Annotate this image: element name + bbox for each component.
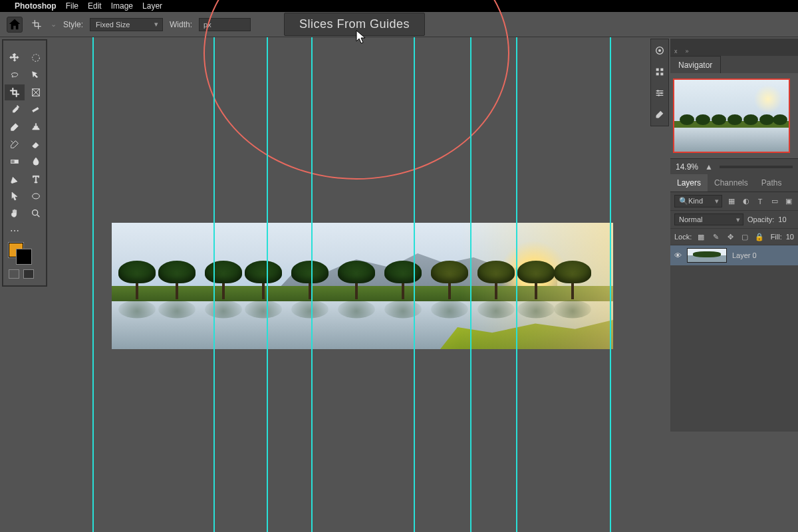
lock-label: Lock: — [674, 233, 692, 241]
vertical-guide[interactable] — [610, 37, 611, 532]
macos-menubar: Photoshop File Edit Image Layer — [0, 0, 798, 12]
svg-point-6 — [33, 210, 38, 215]
document-canvas[interactable] — [112, 223, 613, 349]
crop-tool-icon[interactable] — [29, 17, 44, 32]
svg-point-15 — [658, 94, 660, 96]
zoom-slider[interactable] — [720, 166, 793, 168]
layers-tab[interactable]: Layers — [670, 174, 708, 192]
paths-tab[interactable]: Paths — [755, 174, 789, 192]
layer-visibility-icon[interactable]: 👁 — [674, 251, 682, 259]
menu-photoshop[interactable]: Photoshop — [15, 1, 57, 11]
background-color[interactable] — [17, 249, 31, 264]
layer-filter-kind[interactable]: 🔍Kind — [674, 195, 722, 207]
layer-name[interactable]: Layer 0 — [732, 251, 757, 259]
svg-rect-12 — [660, 72, 663, 75]
navigator-tab[interactable]: Navigator — [670, 56, 721, 73]
tools-panel: ⋯ — [3, 40, 47, 286]
quickmask-screenmode[interactable] — [5, 269, 45, 279]
menu-image[interactable]: Image — [111, 1, 133, 11]
slices-from-guides-button[interactable]: Slices From Guides — [284, 13, 425, 36]
hand-tool[interactable] — [5, 205, 25, 221]
quick-mask-icon[interactable] — [9, 269, 19, 279]
history-brush-tool[interactable] — [5, 136, 25, 152]
vertical-guide[interactable] — [213, 37, 215, 532]
brushes-panel-icon[interactable] — [654, 108, 666, 120]
type-tool[interactable] — [26, 171, 46, 187]
fill-value[interactable]: 10 — [786, 233, 794, 241]
options-bar: ⌄ Style: Fixed Size Width: px Slices Fro… — [0, 12, 798, 37]
color-panel-icon[interactable] — [654, 45, 666, 57]
vertical-guide[interactable] — [516, 37, 517, 532]
adjustments-panel-icon[interactable] — [654, 87, 666, 99]
vertical-guide[interactable] — [267, 37, 268, 532]
vertical-guide[interactable] — [414, 37, 415, 532]
svg-rect-2 — [33, 108, 39, 112]
svg-point-8 — [658, 49, 661, 52]
path-select-tool[interactable] — [5, 188, 25, 204]
crop-tool[interactable] — [5, 84, 25, 100]
move-tool[interactable] — [5, 50, 25, 66]
svg-point-14 — [660, 92, 662, 94]
svg-rect-11 — [656, 72, 659, 75]
zoom-value[interactable]: 14.9% — [676, 162, 698, 172]
gradient-tool[interactable] — [5, 154, 25, 170]
filter-smart-icon[interactable]: ▣ — [783, 196, 794, 207]
zoom-out-icon[interactable]: ▲ — [705, 162, 713, 172]
svg-rect-9 — [656, 68, 659, 71]
svg-point-0 — [33, 55, 40, 62]
zoom-tool[interactable] — [26, 205, 46, 221]
healing-brush-tool[interactable] — [26, 102, 46, 118]
svg-rect-4 — [11, 160, 15, 163]
panel-close-icon[interactable]: x — [670, 47, 682, 56]
navigator-thumbnail[interactable] — [673, 78, 790, 153]
filter-shape-icon[interactable]: ▭ — [769, 196, 780, 207]
width-label: Width: — [170, 20, 192, 29]
menu-edit[interactable]: Edit — [88, 1, 102, 11]
blur-tool[interactable] — [26, 154, 46, 170]
vertical-guide[interactable] — [92, 37, 94, 532]
filter-type-icon[interactable]: T — [755, 196, 765, 207]
layers-panel: Layers Channels Paths 🔍Kind ▦ ◐ T ▭ ▣ No… — [670, 174, 798, 432]
menu-layer[interactable]: Layer — [142, 1, 162, 11]
quick-select-tool[interactable] — [26, 67, 46, 83]
vertical-guide[interactable] — [470, 37, 471, 532]
lock-artboard-icon[interactable]: ▢ — [739, 231, 750, 242]
brush-tool[interactable] — [5, 119, 25, 135]
edit-toolbar[interactable]: ⋯ — [5, 223, 25, 239]
layer-row[interactable]: 👁 Layer 0 — [670, 245, 798, 265]
lock-all-icon[interactable]: 🔒 — [754, 231, 765, 242]
color-swatches[interactable] — [9, 243, 45, 267]
menu-file[interactable]: File — [66, 1, 78, 11]
eraser-tool[interactable] — [26, 136, 46, 152]
lock-transparent-icon[interactable]: ▩ — [696, 231, 706, 242]
style-dropdown[interactable]: Fixed Size — [90, 18, 163, 31]
filter-adjust-icon[interactable]: ◐ — [741, 196, 751, 207]
lasso-tool[interactable] — [5, 67, 25, 83]
collapsed-panel-strip — [650, 39, 669, 126]
lock-paint-icon[interactable]: ✎ — [710, 231, 721, 242]
clone-stamp-tool[interactable] — [26, 119, 46, 135]
vertical-guide[interactable] — [311, 37, 313, 532]
lock-position-icon[interactable]: ✥ — [725, 231, 735, 242]
eyedropper-tool[interactable] — [5, 102, 25, 118]
home-button[interactable] — [7, 17, 23, 33]
navigator-zoom-row: 14.9% ▲ — [670, 158, 798, 174]
opacity-value[interactable]: 10 — [778, 215, 786, 223]
width-field[interactable]: px — [199, 18, 251, 31]
filter-pixel-icon[interactable]: ▦ — [726, 196, 737, 207]
pen-tool[interactable] — [5, 171, 25, 187]
blend-mode-dropdown[interactable]: Normal — [674, 213, 743, 225]
shape-tool[interactable] — [26, 188, 46, 204]
svg-rect-10 — [660, 68, 663, 71]
navigator-body — [670, 73, 798, 158]
style-label: Style: — [63, 20, 83, 29]
opacity-label: Opacity: — [747, 215, 774, 223]
frame-tool[interactable] — [26, 84, 46, 100]
channels-tab[interactable]: Channels — [708, 174, 755, 192]
panel-tab-row: x » — [670, 39, 798, 56]
panel-collapse-icon[interactable]: » — [682, 47, 693, 56]
swatches-panel-icon[interactable] — [654, 66, 666, 78]
marquee-tool[interactable] — [26, 50, 46, 66]
screen-mode-icon[interactable] — [23, 269, 34, 279]
layer-thumbnail[interactable] — [687, 248, 727, 263]
